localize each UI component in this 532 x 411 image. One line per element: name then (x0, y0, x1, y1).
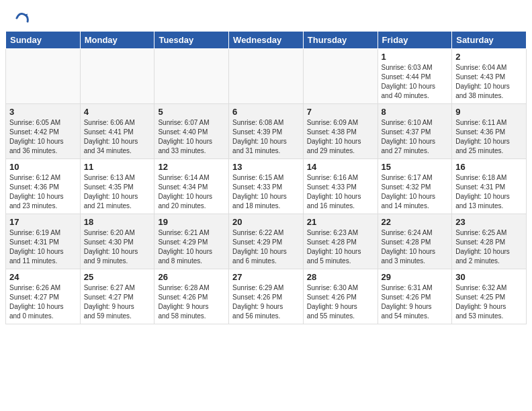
calendar-wrapper: SundayMondayTuesdayWednesdayThursdayFrid… (0, 31, 532, 330)
day-info: Sunrise: 6:12 AM Sunset: 4:36 PM Dayligh… (9, 173, 77, 211)
calendar-cell: 14Sunrise: 6:16 AM Sunset: 4:33 PM Dayli… (303, 159, 378, 214)
day-info: Sunrise: 6:27 AM Sunset: 4:27 PM Dayligh… (84, 283, 151, 321)
day-info: Sunrise: 6:07 AM Sunset: 4:40 PM Dayligh… (158, 118, 225, 156)
calendar-cell: 1Sunrise: 6:03 AM Sunset: 4:44 PM Daylig… (378, 49, 452, 104)
day-number: 16 (455, 162, 523, 172)
weekday-header-saturday: Saturday (452, 32, 527, 49)
day-number: 27 (232, 272, 300, 282)
calendar-cell: 8Sunrise: 6:10 AM Sunset: 4:37 PM Daylig… (378, 104, 452, 159)
day-info: Sunrise: 6:14 AM Sunset: 4:34 PM Dayligh… (158, 173, 225, 211)
calendar-cell (229, 49, 304, 104)
calendar-table: SundayMondayTuesdayWednesdayThursdayFrid… (5, 31, 527, 324)
calendar-cell: 10Sunrise: 6:12 AM Sunset: 4:36 PM Dayli… (6, 159, 81, 214)
day-number: 26 (158, 272, 225, 282)
calendar-cell: 22Sunrise: 6:24 AM Sunset: 4:28 PM Dayli… (378, 214, 452, 269)
calendar-cell: 4Sunrise: 6:06 AM Sunset: 4:41 PM Daylig… (80, 104, 154, 159)
calendar-cell: 28Sunrise: 6:30 AM Sunset: 4:26 PM Dayli… (303, 269, 378, 324)
page-header (0, 0, 532, 31)
weekday-header-sunday: Sunday (6, 32, 81, 49)
calendar-cell: 7Sunrise: 6:09 AM Sunset: 4:38 PM Daylig… (303, 104, 378, 159)
calendar-cell: 24Sunrise: 6:26 AM Sunset: 4:27 PM Dayli… (6, 269, 81, 324)
day-number: 9 (455, 107, 523, 117)
calendar-cell: 6Sunrise: 6:08 AM Sunset: 4:39 PM Daylig… (229, 104, 304, 159)
day-number: 28 (307, 272, 374, 282)
day-info: Sunrise: 6:22 AM Sunset: 4:29 PM Dayligh… (232, 228, 300, 266)
logo-icon (15, 11, 30, 26)
day-number: 29 (382, 272, 449, 282)
day-info: Sunrise: 6:30 AM Sunset: 4:26 PM Dayligh… (307, 283, 374, 321)
calendar-cell: 11Sunrise: 6:13 AM Sunset: 4:35 PM Dayli… (80, 159, 154, 214)
calendar-cell: 25Sunrise: 6:27 AM Sunset: 4:27 PM Dayli… (80, 269, 154, 324)
day-info: Sunrise: 6:08 AM Sunset: 4:39 PM Dayligh… (232, 118, 300, 156)
day-info: Sunrise: 6:21 AM Sunset: 4:29 PM Dayligh… (158, 228, 225, 266)
calendar-cell: 12Sunrise: 6:14 AM Sunset: 4:34 PM Dayli… (154, 159, 229, 214)
day-number: 6 (232, 107, 300, 117)
day-info: Sunrise: 6:32 AM Sunset: 4:25 PM Dayligh… (455, 283, 523, 321)
day-number: 19 (158, 217, 225, 227)
day-info: Sunrise: 6:24 AM Sunset: 4:28 PM Dayligh… (382, 228, 449, 266)
day-info: Sunrise: 6:10 AM Sunset: 4:37 PM Dayligh… (382, 118, 449, 156)
day-number: 10 (9, 162, 77, 172)
day-info: Sunrise: 6:11 AM Sunset: 4:36 PM Dayligh… (455, 118, 523, 156)
calendar-cell: 18Sunrise: 6:20 AM Sunset: 4:30 PM Dayli… (80, 214, 154, 269)
day-number: 1 (382, 52, 449, 62)
day-number: 13 (232, 162, 300, 172)
weekday-header-wednesday: Wednesday (229, 32, 304, 49)
day-info: Sunrise: 6:15 AM Sunset: 4:33 PM Dayligh… (232, 173, 300, 211)
logo (13, 11, 31, 26)
day-info: Sunrise: 6:23 AM Sunset: 4:28 PM Dayligh… (307, 228, 374, 266)
calendar-cell: 13Sunrise: 6:15 AM Sunset: 4:33 PM Dayli… (229, 159, 304, 214)
day-info: Sunrise: 6:26 AM Sunset: 4:27 PM Dayligh… (9, 283, 77, 321)
day-number: 23 (455, 217, 523, 227)
calendar-cell (80, 49, 154, 104)
day-info: Sunrise: 6:18 AM Sunset: 4:31 PM Dayligh… (455, 173, 523, 211)
calendar-cell (303, 49, 378, 104)
day-number: 30 (455, 272, 523, 282)
day-number: 17 (9, 217, 77, 227)
calendar-cell: 2Sunrise: 6:04 AM Sunset: 4:43 PM Daylig… (452, 49, 527, 104)
day-info: Sunrise: 6:16 AM Sunset: 4:33 PM Dayligh… (307, 173, 374, 211)
calendar-cell (6, 49, 81, 104)
calendar-cell: 29Sunrise: 6:31 AM Sunset: 4:26 PM Dayli… (378, 269, 452, 324)
day-info: Sunrise: 6:31 AM Sunset: 4:26 PM Dayligh… (382, 283, 449, 321)
day-info: Sunrise: 6:17 AM Sunset: 4:32 PM Dayligh… (382, 173, 449, 211)
day-number: 4 (84, 107, 151, 117)
calendar-cell: 3Sunrise: 6:05 AM Sunset: 4:42 PM Daylig… (6, 104, 81, 159)
day-number: 22 (382, 217, 449, 227)
weekday-header-tuesday: Tuesday (154, 32, 229, 49)
day-info: Sunrise: 6:03 AM Sunset: 4:44 PM Dayligh… (382, 63, 449, 101)
day-info: Sunrise: 6:29 AM Sunset: 4:26 PM Dayligh… (232, 283, 300, 321)
day-number: 8 (382, 107, 449, 117)
calendar-cell: 9Sunrise: 6:11 AM Sunset: 4:36 PM Daylig… (452, 104, 527, 159)
day-info: Sunrise: 6:09 AM Sunset: 4:38 PM Dayligh… (307, 118, 374, 156)
calendar-cell: 21Sunrise: 6:23 AM Sunset: 4:28 PM Dayli… (303, 214, 378, 269)
day-info: Sunrise: 6:28 AM Sunset: 4:26 PM Dayligh… (158, 283, 225, 321)
weekday-header-monday: Monday (80, 32, 154, 49)
day-number: 5 (158, 107, 225, 117)
day-info: Sunrise: 6:05 AM Sunset: 4:42 PM Dayligh… (9, 118, 77, 156)
day-number: 24 (9, 272, 77, 282)
day-number: 21 (307, 217, 374, 227)
day-number: 2 (455, 52, 523, 62)
calendar-cell: 27Sunrise: 6:29 AM Sunset: 4:26 PM Dayli… (229, 269, 304, 324)
day-number: 3 (9, 107, 77, 117)
day-number: 15 (382, 162, 449, 172)
day-number: 7 (307, 107, 374, 117)
calendar-cell: 5Sunrise: 6:07 AM Sunset: 4:40 PM Daylig… (154, 104, 229, 159)
day-info: Sunrise: 6:19 AM Sunset: 4:31 PM Dayligh… (9, 228, 77, 266)
weekday-header-thursday: Thursday (303, 32, 378, 49)
calendar-cell: 26Sunrise: 6:28 AM Sunset: 4:26 PM Dayli… (154, 269, 229, 324)
day-number: 20 (232, 217, 300, 227)
calendar-cell: 15Sunrise: 6:17 AM Sunset: 4:32 PM Dayli… (378, 159, 452, 214)
weekday-header-friday: Friday (378, 32, 452, 49)
day-info: Sunrise: 6:06 AM Sunset: 4:41 PM Dayligh… (84, 118, 151, 156)
day-number: 25 (84, 272, 151, 282)
day-info: Sunrise: 6:25 AM Sunset: 4:28 PM Dayligh… (455, 228, 523, 266)
day-number: 14 (307, 162, 374, 172)
day-info: Sunrise: 6:13 AM Sunset: 4:35 PM Dayligh… (84, 173, 151, 211)
calendar-cell: 19Sunrise: 6:21 AM Sunset: 4:29 PM Dayli… (154, 214, 229, 269)
calendar-cell: 20Sunrise: 6:22 AM Sunset: 4:29 PM Dayli… (229, 214, 304, 269)
day-info: Sunrise: 6:04 AM Sunset: 4:43 PM Dayligh… (455, 63, 523, 101)
calendar-cell: 23Sunrise: 6:25 AM Sunset: 4:28 PM Dayli… (452, 214, 527, 269)
calendar-cell: 16Sunrise: 6:18 AM Sunset: 4:31 PM Dayli… (452, 159, 527, 214)
